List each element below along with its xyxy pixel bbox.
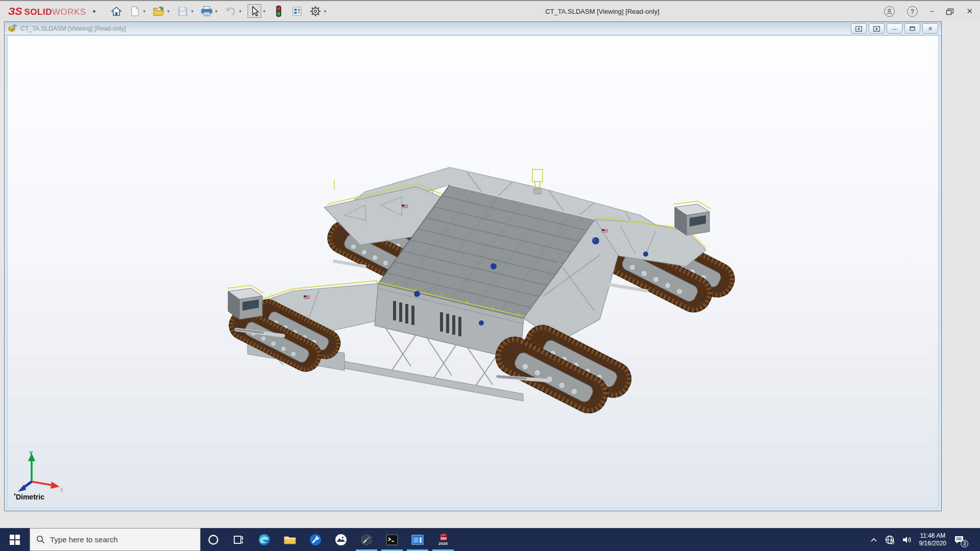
dropdown-caret[interactable]: ▾ — [261, 9, 267, 14]
save-icon — [177, 6, 188, 17]
document-window: CT_TA.SLDASM [Viewing] [Read-only] — — [4, 21, 942, 511]
document-titlebar[interactable]: CT_TA.SLDASM [Viewing] [Read-only] — — [5, 22, 941, 35]
new-document-icon — [130, 6, 140, 17]
doc-close-button[interactable]: ✕ — [922, 23, 938, 34]
options-button[interactable] — [308, 4, 322, 18]
chevron-up-icon — [870, 537, 877, 542]
doc-restore-button[interactable] — [904, 23, 920, 34]
triad-x-label: X — [60, 487, 64, 493]
account-icon — [886, 8, 893, 15]
tray-clock[interactable]: 11:46 AM 9/16/2020 — [919, 532, 946, 547]
dropdown-caret[interactable]: ▾ — [213, 9, 219, 14]
right-control-cab[interactable] — [674, 201, 711, 235]
network-globe-icon — [885, 535, 895, 545]
dassault-mark: ЗS — [8, 5, 22, 17]
traffic-light-icon — [275, 5, 283, 17]
undo-icon — [225, 6, 237, 17]
pane-left-icon — [855, 26, 862, 32]
us-flag-decal — [402, 205, 408, 208]
speaker-icon — [902, 535, 912, 544]
restore-button[interactable] — [946, 8, 954, 15]
select-arrow-icon — [250, 6, 260, 17]
taskbar-item-hexagon-app[interactable] — [354, 528, 379, 551]
crawler-transporter-model[interactable] — [8, 36, 939, 508]
action-center-button[interactable]: 3 — [953, 535, 965, 545]
blue-window-icon — [411, 533, 424, 546]
windows-taskbar: Type here to search — [0, 528, 980, 551]
print-icon — [201, 6, 213, 17]
pane-right-button[interactable] — [869, 23, 885, 34]
tray-volume[interactable] — [902, 535, 912, 544]
doc-minimize-icon: — — [892, 26, 897, 32]
task-view-icon — [233, 534, 245, 546]
home-icon — [111, 6, 122, 17]
file-properties-button[interactable] — [290, 4, 304, 18]
wrench-circle-icon — [309, 533, 322, 546]
us-flag-decal — [602, 229, 608, 233]
menu-flyout-arrow[interactable]: ▸ — [93, 8, 96, 14]
tray-network[interactable] — [885, 535, 895, 545]
close-button[interactable]: ✕ — [966, 8, 973, 15]
file-explorer-icon — [283, 533, 297, 546]
tray-chevron-up[interactable] — [870, 537, 877, 542]
taskbar-item-remote-window[interactable] — [405, 528, 430, 551]
taskbar-item-edge[interactable] — [252, 528, 277, 551]
help-button[interactable]: ? — [907, 6, 918, 17]
pane-left-button[interactable] — [851, 23, 867, 34]
app-window-title: CT_TA.SLDASM [Viewing] [Read-only] — [545, 1, 659, 22]
open-folder-icon — [153, 6, 165, 17]
notification-count-badge: 3 — [961, 540, 968, 547]
edge-icon — [258, 533, 271, 546]
doc-restore-icon — [910, 26, 915, 31]
document-title: CT_TA.SLDASM [Viewing] [Read-only] — [20, 25, 126, 32]
desktop: ЗS SOLID WORKS ▸ ▾ — [0, 0, 980, 551]
account-button[interactable] — [884, 6, 895, 17]
start-button[interactable] — [0, 528, 30, 551]
taskbar-search-box[interactable]: Type here to search — [30, 528, 201, 551]
taskbar-item-cortana[interactable] — [201, 528, 226, 551]
cortana-icon — [207, 534, 219, 546]
taskbar-item-task-view[interactable] — [226, 528, 252, 551]
view-orientation-label: *Dimetric — [14, 493, 44, 501]
hexagon-app-icon — [360, 533, 373, 546]
windows-logo-icon — [10, 535, 20, 545]
open-button[interactable] — [152, 4, 165, 18]
dropdown-caret[interactable]: ▾ — [189, 9, 195, 14]
taskbar-item-file-explorer[interactable] — [277, 528, 303, 551]
dropdown-caret[interactable]: ▾ — [237, 9, 243, 14]
taskbar-item-solidworks[interactable]: SW 2020 — [430, 528, 456, 551]
dropdown-caret[interactable]: ▾ — [165, 9, 171, 14]
graphics-viewport[interactable]: Y X *Dimetric — [7, 35, 939, 508]
new-document-button[interactable] — [128, 4, 141, 18]
minimize-button[interactable]: – — [930, 8, 934, 15]
tray-date: 9/16/2020 — [919, 540, 946, 547]
undo-button[interactable] — [224, 4, 237, 18]
solidworks-2020-icon: SW 2020 — [437, 533, 449, 546]
dropdown-caret[interactable]: ▾ — [141, 9, 147, 14]
options-gear-icon — [309, 5, 322, 17]
home-button[interactable] — [109, 4, 123, 18]
rebuild-button[interactable] — [272, 4, 285, 18]
save-button[interactable] — [176, 4, 189, 18]
app-titlebar: ЗS SOLID WORKS ▸ ▾ — [0, 0, 980, 21]
taskbar-item-photos[interactable] — [328, 528, 354, 551]
dropdown-caret[interactable]: ▾ — [322, 9, 328, 14]
svg-text:SW: SW — [440, 536, 447, 541]
left-control-cab[interactable] — [227, 285, 264, 319]
print-button[interactable] — [200, 4, 213, 18]
assembly-document-icon — [8, 24, 17, 33]
reference-triad: Y X — [17, 449, 65, 498]
select-tool-button[interactable] — [248, 4, 261, 18]
taskbar-item-command-prompt[interactable] — [379, 528, 405, 551]
antenna-mast — [532, 169, 543, 194]
command-prompt-icon — [385, 533, 399, 546]
help-icon: ? — [911, 8, 914, 15]
photos-icon — [334, 533, 348, 546]
taskbar-item-settings-tool[interactable] — [303, 528, 328, 551]
pane-right-icon — [873, 26, 880, 32]
solidworks-logo: ЗS SOLID WORKS — [8, 5, 86, 17]
doc-close-icon: ✕ — [928, 26, 933, 32]
doc-minimize-button[interactable]: — — [887, 23, 902, 34]
search-icon — [36, 535, 45, 544]
file-properties-icon — [291, 6, 303, 17]
